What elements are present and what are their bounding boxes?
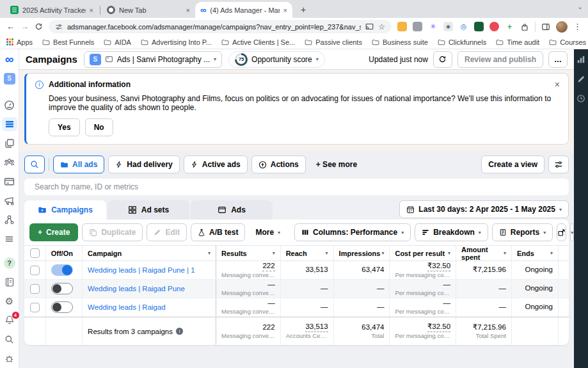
filter-active-ads[interactable]: Active ads xyxy=(184,156,248,173)
notifications-bell-icon[interactable]: 4 xyxy=(2,314,17,328)
yes-button[interactable]: Yes xyxy=(49,118,80,136)
view-settings-button[interactable] xyxy=(548,156,569,173)
extension-icon[interactable]: ◎ xyxy=(459,22,468,31)
events-manager-icon[interactable] xyxy=(2,213,17,227)
column-header-results[interactable]: Results▾ xyxy=(216,246,281,260)
sort-caret-icon[interactable]: ▾ xyxy=(448,250,450,256)
edit-pencil-icon[interactable] xyxy=(577,75,585,83)
filter-search-button[interactable] xyxy=(24,156,45,173)
create-button[interactable]: +Create xyxy=(29,223,78,241)
close-icon[interactable]: × xyxy=(283,6,287,14)
sort-caret-icon[interactable]: ▾ xyxy=(504,250,506,256)
ads-manager-settings-icon[interactable] xyxy=(2,194,17,208)
close-icon[interactable]: × xyxy=(186,6,190,14)
browser-tab-new-tab[interactable]: New Tab × xyxy=(102,2,195,18)
header-more-button[interactable]: … xyxy=(548,51,568,68)
row-checkbox[interactable] xyxy=(30,284,40,294)
column-header-reach[interactable]: Reach▾ xyxy=(281,246,334,260)
sort-caret-icon[interactable]: ▾ xyxy=(273,250,275,256)
no-button[interactable]: No xyxy=(85,118,113,136)
bookmark-folder[interactable]: Passive clients xyxy=(305,38,362,46)
review-and-publish-button[interactable]: Review and publish xyxy=(457,51,543,68)
extension-icon[interactable] xyxy=(397,22,407,31)
extension-icon[interactable] xyxy=(489,22,499,31)
bookmark-folder[interactable]: Active Clients | Se... xyxy=(221,38,295,46)
bookmark-star-icon[interactable]: ☆ xyxy=(378,23,385,31)
search-icon[interactable] xyxy=(2,332,17,346)
search-input[interactable] xyxy=(24,179,569,195)
settings-gear-icon[interactable]: ⚙ xyxy=(2,294,17,308)
see-more-filters[interactable]: + See more xyxy=(310,156,363,173)
create-a-view-button[interactable]: Create a view xyxy=(481,156,544,173)
reload-button[interactable] xyxy=(35,22,43,31)
bookmark-apps[interactable]: Apps xyxy=(6,38,33,46)
camera-extension-icon[interactable]: ◉ xyxy=(443,22,453,31)
date-range-selector[interactable]: Last 30 days: 2 Apr 2025 - 1 May 2025▾ xyxy=(399,200,569,218)
reports-button[interactable]: Reports▾ xyxy=(492,223,553,241)
side-panel-icon[interactable] xyxy=(541,22,550,31)
column-header-impressions[interactable]: Impressions▾ xyxy=(334,246,390,260)
help-icon[interactable]: ? xyxy=(2,256,17,270)
bookmark-folder[interactable]: AIDA xyxy=(104,38,131,46)
history-clock-icon[interactable] xyxy=(576,94,585,103)
browser-tab-activity-tracker[interactable]: 2025 Activity Tracker - Goog × xyxy=(5,2,99,18)
table-row[interactable]: Wedding leads | Raigad Pune —Messaging c… xyxy=(24,280,569,298)
audiences-icon[interactable] xyxy=(2,156,17,170)
table-row[interactable]: Wedding leads | Raigad —Messaging conver… xyxy=(24,298,569,317)
column-header-campaign[interactable]: Campaign▾ xyxy=(83,246,216,260)
more-button[interactable]: More▾ xyxy=(249,223,287,241)
browser-tab-ads-manager[interactable]: ∞ (4) Ads Manager - Manage a × xyxy=(195,2,292,18)
address-bar[interactable]: adsmanager.facebook.com/adsmanager/manag… xyxy=(49,20,392,33)
ab-test-button[interactable]: A/B test xyxy=(191,223,245,241)
ads-reporting-icon[interactable] xyxy=(2,136,17,150)
columns-button[interactable]: Columns: Performance▾ xyxy=(294,223,411,241)
bookmark-folder[interactable]: Business suite xyxy=(372,38,428,46)
select-all-checkbox[interactable] xyxy=(30,248,40,258)
report-bug-icon[interactable] xyxy=(2,351,17,365)
cast-icon[interactable] xyxy=(365,22,374,31)
extension-icon[interactable] xyxy=(474,22,484,31)
window-chevron-icon[interactable]: ⌄ xyxy=(578,3,583,10)
column-header-cost-per-result[interactable]: Cost per result▾ xyxy=(390,246,456,260)
tab-ads[interactable]: Ads xyxy=(191,200,273,220)
duplicate-button[interactable]: Duplicate xyxy=(82,223,143,241)
info-icon[interactable]: i xyxy=(176,328,183,335)
bookmark-folder[interactable]: Clickfunnels xyxy=(438,38,486,46)
table-row[interactable]: Wedding leads | Raigad Pune | 1 222Messa… xyxy=(24,261,569,280)
ad-account-selector[interactable]: S Ads | Sanvi Photography ... ▾ xyxy=(84,51,222,68)
campaign-name-link[interactable]: Wedding leads | Raigad xyxy=(88,303,166,311)
bookmark-folder[interactable]: Best Funnels xyxy=(42,38,94,46)
campaigns-nav-icon[interactable] xyxy=(2,117,17,131)
breakdown-button[interactable]: Breakdown▾ xyxy=(415,223,488,241)
billing-icon[interactable] xyxy=(2,175,17,189)
campaign-name-link[interactable]: Wedding leads | Raigad Pune xyxy=(88,285,185,292)
tab-campaigns[interactable]: Campaigns xyxy=(24,200,106,220)
business-record-icon[interactable] xyxy=(2,275,17,289)
bookmark-folder[interactable]: Courses xyxy=(549,38,586,46)
column-header-ends[interactable]: Ends▾ xyxy=(512,246,559,260)
back-button[interactable]: ← xyxy=(6,22,15,31)
sort-caret-icon[interactable]: ▾ xyxy=(208,250,211,256)
campaign-name-link[interactable]: Wedding leads | Raigad Pune | 1 xyxy=(88,266,195,274)
extensions-puzzle-icon[interactable] xyxy=(520,22,529,31)
cost-total[interactable]: ₹32.50 xyxy=(427,323,450,332)
account-overview-icon[interactable] xyxy=(2,99,17,113)
sort-caret-icon[interactable]: ▾ xyxy=(381,250,384,256)
campaign-toggle[interactable] xyxy=(51,264,73,276)
bookmark-folder[interactable]: Advertising Into P... xyxy=(141,38,212,46)
banner-close-icon[interactable]: × xyxy=(555,79,560,90)
edit-button[interactable]: Edit xyxy=(147,223,187,241)
results-value[interactable]: 222 xyxy=(262,262,274,271)
forward-button[interactable]: → xyxy=(20,22,29,31)
extension-icon[interactable] xyxy=(413,22,422,31)
tab-ad-sets[interactable]: Ad sets xyxy=(107,200,189,220)
sort-caret-icon[interactable]: ▾ xyxy=(326,250,328,256)
browser-menu-icon[interactable]: ⋮ xyxy=(573,22,582,31)
reach-total[interactable]: 33,513 xyxy=(305,323,328,332)
insights-chart-icon[interactable] xyxy=(576,55,585,64)
url-text[interactable]: adsmanager.facebook.com/adsmanager/manag… xyxy=(67,23,361,31)
extension-icon[interactable]: + xyxy=(505,22,514,31)
cost-value[interactable]: ₹32.50 xyxy=(427,262,450,271)
account-badge[interactable]: S xyxy=(2,72,17,86)
refresh-button[interactable] xyxy=(433,51,452,68)
